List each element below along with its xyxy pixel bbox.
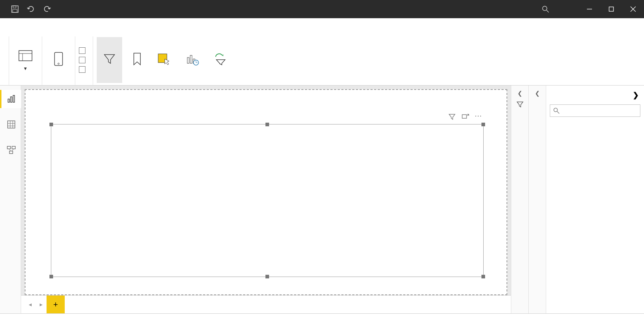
chevron-right-icon[interactable]: ❯ xyxy=(633,91,639,99)
visualizations-pane-collapsed[interactable]: ❮ xyxy=(528,86,546,313)
close-button[interactable] xyxy=(622,0,644,18)
svg-rect-29 xyxy=(7,146,11,149)
scale-group-label xyxy=(13,83,38,84)
svg-line-4 xyxy=(547,10,549,12)
visual-filter-icon[interactable] xyxy=(448,114,456,122)
svg-rect-24 xyxy=(8,121,15,128)
report-view-button[interactable] xyxy=(0,90,21,108)
pageopt-group-label xyxy=(79,83,89,84)
visual-more-icon[interactable]: ⋯ xyxy=(475,114,482,122)
svg-rect-9 xyxy=(19,51,32,61)
add-page-button[interactable]: + xyxy=(47,296,65,314)
fields-search[interactable] xyxy=(550,104,640,117)
svg-rect-2 xyxy=(13,9,17,12)
page-next-button[interactable]: ▸ xyxy=(36,301,47,308)
visual-focus-icon[interactable] xyxy=(461,114,469,122)
svg-rect-16 xyxy=(190,55,192,63)
chevron-left-icon[interactable]: ❮ xyxy=(517,90,522,97)
fields-pane: ❯ xyxy=(546,86,644,313)
resize-handle[interactable] xyxy=(265,275,269,278)
chevron-left-icon[interactable]: ❮ xyxy=(535,90,540,97)
model-view-button[interactable] xyxy=(0,141,21,159)
svg-line-36 xyxy=(557,111,559,114)
undo-icon[interactable] xyxy=(27,5,35,13)
report-canvas[interactable]: ⋯ xyxy=(25,89,507,295)
sync-slicers-button[interactable] xyxy=(207,37,233,83)
filters-pane-collapsed[interactable]: ❮ xyxy=(511,86,528,313)
svg-rect-1 xyxy=(13,6,16,8)
search-icon[interactable] xyxy=(541,5,549,13)
save-icon[interactable] xyxy=(11,5,19,13)
resize-handle[interactable] xyxy=(49,123,53,126)
fields-search-input[interactable] xyxy=(563,107,640,114)
gridlines-checkbox[interactable] xyxy=(79,47,89,54)
svg-rect-22 xyxy=(11,97,12,102)
panes-group-label xyxy=(97,83,233,84)
svg-rect-30 xyxy=(12,146,15,149)
svg-rect-12 xyxy=(55,52,63,66)
menu-bar xyxy=(0,18,644,36)
svg-point-13 xyxy=(58,63,59,64)
mobile-group-label xyxy=(46,83,71,84)
filters-pane-button[interactable] xyxy=(97,37,122,83)
svg-point-35 xyxy=(554,108,557,112)
title-bar xyxy=(0,0,644,18)
lock-checkbox[interactable] xyxy=(79,66,89,73)
minimize-button[interactable] xyxy=(579,0,600,18)
resize-handle[interactable] xyxy=(481,275,485,278)
page-prev-button[interactable]: ◂ xyxy=(25,301,36,308)
snap-checkbox[interactable] xyxy=(79,57,89,63)
redo-icon[interactable] xyxy=(43,5,51,13)
svg-rect-34 xyxy=(462,115,467,118)
selection-pane-button[interactable] xyxy=(152,37,177,83)
svg-line-32 xyxy=(9,149,11,151)
svg-rect-6 xyxy=(609,7,613,11)
performance-analyzer-button[interactable] xyxy=(180,37,205,83)
resize-handle[interactable] xyxy=(481,123,485,126)
maximize-button[interactable] xyxy=(600,0,622,18)
bookmarks-pane-button[interactable] xyxy=(124,37,150,83)
filter-icon xyxy=(516,101,524,109)
svg-rect-21 xyxy=(8,99,9,102)
main-area: ⋯ ◂ ▸ + ❮ ❮ xyxy=(0,86,644,313)
data-view-button[interactable] xyxy=(0,115,21,134)
status-bar xyxy=(0,313,644,325)
view-rail xyxy=(0,86,21,313)
fields-tree xyxy=(546,120,644,313)
svg-rect-23 xyxy=(13,95,15,102)
canvas-wrap: ⋯ ◂ ▸ + xyxy=(21,86,511,313)
svg-rect-31 xyxy=(9,151,13,154)
page-tabs: ◂ ▸ + xyxy=(21,295,511,313)
resize-handle[interactable] xyxy=(265,123,269,126)
svg-line-33 xyxy=(12,149,14,151)
mobile-layout-button[interactable] xyxy=(46,37,71,83)
chart-area xyxy=(55,133,480,273)
page-view-button[interactable]: ▾ xyxy=(13,37,38,83)
svg-rect-15 xyxy=(187,58,189,63)
svg-point-3 xyxy=(543,6,547,11)
ribbon: ▾ xyxy=(0,36,644,86)
chevron-down-icon: ▾ xyxy=(24,65,27,71)
search-icon xyxy=(553,107,560,114)
line-chart-visual[interactable]: ⋯ xyxy=(51,124,484,277)
page-view-label: ▾ xyxy=(24,65,27,72)
resize-handle[interactable] xyxy=(49,275,53,278)
